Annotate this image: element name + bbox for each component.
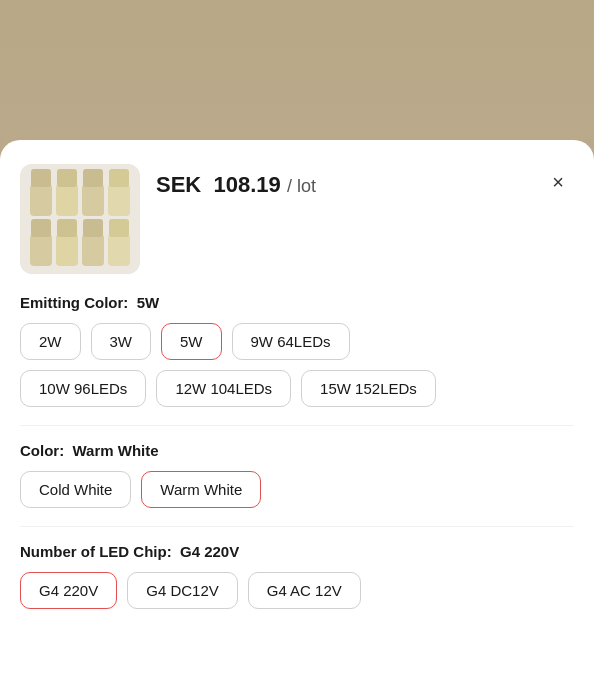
product-options-modal: SEK 108.19 / lot × Emitting Color: 5W 2W… — [0, 140, 594, 700]
wattage-option-9w[interactable]: 9W 64LEDs — [232, 323, 350, 360]
modal-header: SEK 108.19 / lot × — [20, 164, 574, 274]
emitting-color-label-text: Emitting Color: — [20, 294, 128, 311]
svg-rect-1 — [30, 184, 52, 216]
wattage-options-row: 2W 3W 5W 9W 64LEDs — [20, 323, 574, 360]
color-section: Color: Warm White Cold White Warm White — [20, 442, 574, 508]
svg-rect-7 — [108, 184, 130, 216]
wattage-option-10w[interactable]: 10W 96LEDs — [20, 370, 146, 407]
wattage-option-15w[interactable]: 15W 152LEDs — [301, 370, 436, 407]
wattage-option-3w[interactable]: 3W — [91, 323, 152, 360]
color-option-warm-white[interactable]: Warm White — [141, 471, 261, 508]
chip-option-g4-dc12v[interactable]: G4 DC12V — [127, 572, 238, 609]
price-currency: SEK — [156, 172, 201, 197]
price-value: 108.19 — [213, 172, 280, 197]
svg-rect-13 — [82, 234, 104, 266]
product-image — [20, 164, 140, 274]
divider-2 — [20, 526, 574, 527]
divider-1 — [20, 425, 574, 426]
price-amount: SEK 108.19 — [156, 172, 287, 197]
emitting-color-label: Emitting Color: 5W — [20, 294, 574, 311]
color-option-cold-white[interactable]: Cold White — [20, 471, 131, 508]
svg-rect-6 — [83, 169, 103, 187]
price-unit: / lot — [287, 176, 316, 196]
svg-rect-4 — [57, 169, 77, 187]
color-label-text: Color: — [20, 442, 64, 459]
price-display: SEK 108.19 / lot — [156, 172, 526, 198]
svg-rect-3 — [56, 184, 78, 216]
wattage-option-2w[interactable]: 2W — [20, 323, 81, 360]
color-value: Warm White — [73, 442, 159, 459]
svg-rect-15 — [108, 234, 130, 266]
svg-rect-16 — [109, 219, 129, 237]
chip-label: Number of LED Chip: G4 220V — [20, 543, 574, 560]
svg-rect-12 — [57, 219, 77, 237]
chip-label-text: Number of LED Chip: — [20, 543, 172, 560]
svg-rect-9 — [30, 234, 52, 266]
color-options-row: Cold White Warm White — [20, 471, 574, 508]
chip-value: G4 220V — [180, 543, 239, 560]
wattage-options-row-2: 10W 96LEDs 12W 104LEDs 15W 152LEDs — [20, 370, 574, 407]
close-button[interactable]: × — [542, 164, 574, 196]
color-label: Color: Warm White — [20, 442, 574, 459]
chip-option-g4-ac12v[interactable]: G4 AC 12V — [248, 572, 361, 609]
svg-rect-2 — [31, 169, 51, 187]
svg-rect-10 — [31, 219, 51, 237]
svg-rect-5 — [82, 184, 104, 216]
price-area: SEK 108.19 / lot — [156, 164, 526, 198]
emitting-color-value: 5W — [137, 294, 160, 311]
wattage-option-5w[interactable]: 5W — [161, 323, 222, 360]
svg-rect-14 — [83, 219, 103, 237]
wattage-option-12w[interactable]: 12W 104LEDs — [156, 370, 291, 407]
chip-options-row: G4 220V G4 DC12V G4 AC 12V — [20, 572, 574, 609]
svg-rect-11 — [56, 234, 78, 266]
chip-option-g4-220v[interactable]: G4 220V — [20, 572, 117, 609]
emitting-color-section: Emitting Color: 5W 2W 3W 5W 9W 64LEDs 10… — [20, 294, 574, 407]
svg-rect-8 — [109, 169, 129, 187]
chip-section: Number of LED Chip: G4 220V G4 220V G4 D… — [20, 543, 574, 609]
